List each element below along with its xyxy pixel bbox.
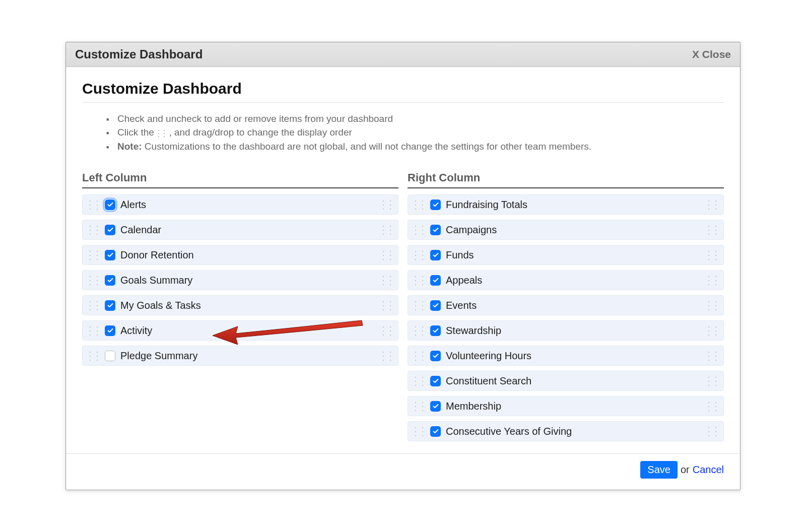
list-item[interactable]: Goals Summary bbox=[82, 270, 398, 290]
checkbox[interactable] bbox=[430, 250, 441, 260]
drag-handle-icon[interactable] bbox=[381, 198, 393, 211]
list-item[interactable]: Fundraising Totals bbox=[408, 194, 724, 215]
close-button[interactable]: X Close bbox=[692, 48, 731, 60]
drag-handle-icon[interactable] bbox=[413, 349, 425, 362]
row-label: Appeals bbox=[446, 275, 482, 286]
row-label: Alerts bbox=[120, 199, 146, 211]
list-item[interactable]: Events bbox=[408, 295, 724, 315]
checkbox[interactable] bbox=[430, 275, 441, 286]
list-item[interactable]: Membership bbox=[408, 396, 724, 416]
drag-handle-icon[interactable] bbox=[706, 198, 718, 211]
drag-handle-icon[interactable] bbox=[381, 274, 393, 287]
drag-handle-icon[interactable] bbox=[381, 223, 393, 236]
row-label: Funds bbox=[446, 249, 474, 261]
drag-handle-icon[interactable] bbox=[88, 349, 100, 362]
list-item[interactable]: Appeals bbox=[408, 270, 724, 290]
row-label: My Goals & Tasks bbox=[120, 300, 201, 311]
list-item[interactable]: Constituent Search bbox=[408, 371, 724, 391]
drag-handle-icon[interactable] bbox=[381, 299, 393, 312]
drag-handle-icon[interactable] bbox=[88, 274, 100, 287]
list-item[interactable]: Calendar bbox=[82, 220, 398, 240]
checkbox[interactable] bbox=[430, 200, 441, 210]
cancel-link[interactable]: Cancel bbox=[693, 464, 724, 476]
drag-handle-icon[interactable] bbox=[381, 324, 393, 337]
row-label: Membership bbox=[446, 401, 501, 412]
checkbox[interactable] bbox=[430, 325, 441, 336]
drag-handle-icon[interactable] bbox=[413, 223, 425, 236]
list-item[interactable]: My Goals & Tasks bbox=[82, 295, 398, 315]
left-column-list: AlertsCalendarDonor RetentionGoals Summa… bbox=[82, 194, 398, 366]
drag-handle-icon[interactable] bbox=[706, 248, 718, 261]
drag-handle-icon[interactable] bbox=[88, 198, 100, 211]
drag-handle-icon[interactable] bbox=[88, 299, 100, 312]
right-column-list: Fundraising TotalsCampaignsFundsAppealsE… bbox=[408, 194, 724, 441]
right-column: Right Column Fundraising TotalsCampaigns… bbox=[408, 171, 724, 446]
drag-handle-icon[interactable] bbox=[88, 223, 100, 236]
checkbox[interactable] bbox=[105, 225, 115, 235]
save-button[interactable]: Save bbox=[640, 461, 678, 479]
checkbox[interactable] bbox=[430, 376, 441, 386]
drag-handle-icon bbox=[157, 128, 166, 138]
checkbox[interactable] bbox=[105, 250, 115, 260]
list-item[interactable]: Volunteering Hours bbox=[408, 346, 724, 366]
drag-handle-icon[interactable] bbox=[706, 223, 718, 236]
dialog-header: Customize Dashboard X Close bbox=[66, 42, 740, 67]
drag-handle-icon[interactable] bbox=[88, 324, 100, 337]
dialog-header-title: Customize Dashboard bbox=[75, 47, 203, 61]
row-label: Campaigns bbox=[446, 224, 497, 236]
list-item[interactable]: Activity bbox=[82, 320, 398, 341]
note-label: Note: bbox=[117, 141, 142, 152]
row-label: Pledge Summary bbox=[120, 350, 197, 362]
checkbox[interactable] bbox=[430, 401, 441, 412]
checkbox[interactable] bbox=[430, 300, 441, 311]
instructions-list: Check and uncheck to add or remove items… bbox=[82, 103, 724, 163]
list-item[interactable]: Alerts bbox=[82, 194, 398, 215]
checkbox[interactable] bbox=[105, 275, 115, 286]
checkbox[interactable] bbox=[105, 300, 115, 311]
row-label: Fundraising Totals bbox=[446, 199, 527, 211]
footer-orphan-text: or bbox=[681, 464, 690, 476]
left-column-title: Left Column bbox=[82, 171, 398, 188]
drag-handle-icon[interactable] bbox=[706, 374, 718, 387]
list-item[interactable]: Campaigns bbox=[408, 220, 724, 240]
row-label: Stewardship bbox=[446, 325, 501, 337]
columns-container: Left Column AlertsCalendarDonor Retentio… bbox=[82, 162, 724, 446]
drag-handle-icon[interactable] bbox=[413, 299, 425, 312]
left-column: Left Column AlertsCalendarDonor Retentio… bbox=[82, 171, 398, 446]
drag-handle-icon[interactable] bbox=[706, 324, 718, 337]
drag-handle-icon[interactable] bbox=[413, 198, 425, 211]
drag-handle-icon[interactable] bbox=[706, 349, 718, 362]
drag-handle-icon[interactable] bbox=[88, 248, 100, 261]
row-label: Donor Retention bbox=[120, 249, 194, 261]
drag-handle-icon[interactable] bbox=[413, 324, 425, 337]
list-item[interactable]: Stewardship bbox=[408, 320, 724, 341]
customize-dashboard-dialog: Customize Dashboard X Close Customize Da… bbox=[65, 42, 741, 491]
drag-handle-icon[interactable] bbox=[381, 349, 393, 362]
drag-handle-icon[interactable] bbox=[413, 400, 425, 413]
checkbox[interactable] bbox=[105, 200, 115, 210]
row-label: Activity bbox=[120, 325, 152, 337]
row-label: Constituent Search bbox=[446, 375, 531, 387]
drag-handle-icon[interactable] bbox=[381, 248, 393, 261]
list-item[interactable]: Donor Retention bbox=[82, 245, 398, 265]
drag-handle-icon[interactable] bbox=[413, 274, 425, 287]
list-item[interactable]: Consecutive Years of Giving bbox=[408, 421, 724, 441]
checkbox[interactable] bbox=[430, 426, 441, 437]
checkbox[interactable] bbox=[105, 351, 115, 361]
row-label: Events bbox=[446, 300, 477, 311]
list-item[interactable]: Funds bbox=[408, 245, 724, 265]
dialog-body: Customize Dashboard Check and uncheck to… bbox=[66, 67, 740, 447]
drag-handle-icon[interactable] bbox=[706, 400, 718, 413]
instruction-item: Click the , and drag/drop to change the … bbox=[106, 125, 724, 140]
list-item[interactable]: Pledge Summary bbox=[82, 346, 398, 366]
checkbox[interactable] bbox=[105, 325, 115, 336]
right-column-title: Right Column bbox=[408, 171, 724, 188]
drag-handle-icon[interactable] bbox=[413, 425, 425, 438]
drag-handle-icon[interactable] bbox=[706, 299, 718, 312]
drag-handle-icon[interactable] bbox=[413, 374, 425, 387]
checkbox[interactable] bbox=[430, 225, 441, 235]
drag-handle-icon[interactable] bbox=[706, 425, 718, 438]
drag-handle-icon[interactable] bbox=[706, 274, 718, 287]
drag-handle-icon[interactable] bbox=[413, 248, 425, 261]
checkbox[interactable] bbox=[430, 351, 441, 361]
